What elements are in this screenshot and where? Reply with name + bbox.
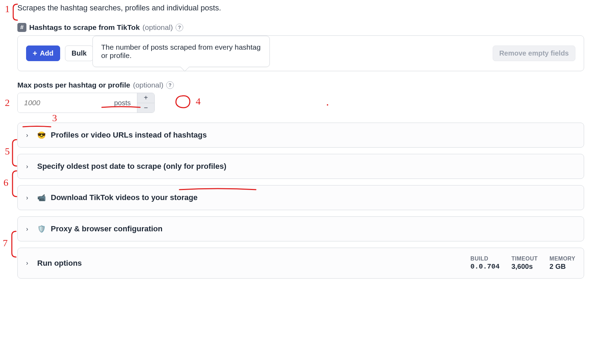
section-title: Profiles or video URLs instead of hashta…	[51, 131, 207, 140]
help-tooltip: The number of posts scraped from every h…	[92, 36, 270, 67]
maxposts-unit: posts	[108, 93, 137, 113]
add-button-label: Add	[40, 49, 54, 57]
maxposts-label: Max posts per hashtag or profile	[17, 81, 130, 89]
meta-build-value: 0.0.704	[470, 263, 500, 271]
annotation-3: 3	[52, 113, 57, 124]
chevron-right-icon: ›	[26, 163, 32, 170]
hash-icon: #	[17, 23, 26, 32]
section-download-videos[interactable]: › 📹 Download TikTok videos to your stora…	[17, 185, 584, 210]
meta-build-label: BUILD	[470, 256, 500, 262]
section-title: Download TikTok videos to your storage	[51, 193, 197, 202]
section-title: Specify oldest post date to scrape (only…	[37, 162, 226, 171]
hashtags-label-row: # Hashtags to scrape from TikTok (option…	[17, 23, 584, 32]
shield-icon: 🛡️	[37, 225, 46, 233]
section-oldest-date[interactable]: › Specify oldest post date to scrape (on…	[17, 154, 584, 179]
annotation-4: 4	[196, 96, 201, 107]
hashtags-optional: (optional)	[143, 23, 173, 32]
section-proxy-browser[interactable]: › 🛡️ Proxy & browser configuration	[17, 216, 584, 241]
tooltip-text: The number of posts scraped from every h…	[101, 43, 261, 59]
section-run-options[interactable]: › Run options BUILD 0.0.704 TIMEOUT 3,60…	[17, 248, 584, 279]
meta-timeout: TIMEOUT 3,600s	[511, 256, 538, 271]
maxposts-input[interactable]	[18, 93, 108, 113]
hashtags-panel: + Add Bulk Remove empty fields The numbe…	[17, 35, 584, 71]
meta-build: BUILD 0.0.704	[470, 256, 500, 271]
run-meta: BUILD 0.0.704 TIMEOUT 3,600s MEMORY 2 GB	[470, 256, 575, 271]
stepper-up[interactable]: +	[137, 93, 154, 103]
section-title: Proxy & browser configuration	[51, 224, 163, 233]
annotation-1: 1	[5, 3, 10, 15]
bulk-button[interactable]: Bulk	[65, 46, 93, 61]
chevron-right-icon: ›	[26, 259, 32, 267]
stepper-down[interactable]: −	[137, 103, 154, 113]
help-icon[interactable]: ?	[166, 81, 174, 89]
quantity-stepper: + −	[137, 93, 154, 113]
bulk-button-label: Bulk	[72, 49, 87, 57]
maxposts-label-row: Max posts per hashtag or profile (option…	[17, 81, 584, 89]
add-button[interactable]: + Add	[26, 46, 60, 61]
meta-timeout-label: TIMEOUT	[511, 256, 538, 262]
annotation-dot	[327, 104, 328, 106]
annotation-5: 5	[5, 146, 10, 157]
annotation-6: 6	[3, 177, 8, 188]
meta-memory-label: MEMORY	[550, 256, 575, 262]
plus-icon: +	[33, 50, 37, 57]
camera-icon: 📹	[37, 193, 46, 202]
annotation-2: 2	[5, 97, 10, 108]
hashtags-label: Hashtags to scrape from TikTok	[29, 23, 140, 32]
maxposts-optional: (optional)	[133, 81, 163, 89]
remove-empty-label: Remove empty fields	[499, 49, 569, 57]
annotation-bracket-7	[11, 231, 18, 258]
chevron-right-icon: ›	[26, 132, 32, 139]
page-description: Scrapes the hashtag searches, profiles a…	[17, 3, 584, 13]
sunglasses-icon: 😎	[37, 131, 46, 139]
meta-memory-value: 2 GB	[550, 263, 575, 271]
meta-timeout-value: 3,600s	[511, 263, 538, 271]
meta-memory: MEMORY 2 GB	[550, 256, 575, 271]
annotation-circle-4	[175, 94, 191, 109]
remove-empty-button[interactable]: Remove empty fields	[493, 46, 575, 61]
chevron-right-icon: ›	[26, 225, 32, 233]
section-profiles-urls[interactable]: › 😎 Profiles or video URLs instead of ha…	[17, 123, 584, 148]
help-icon[interactable]: ?	[176, 24, 183, 31]
maxposts-field: posts + −	[17, 93, 155, 113]
annotation-7: 7	[3, 238, 8, 249]
chevron-right-icon: ›	[26, 194, 32, 201]
run-options-title: Run options	[37, 259, 82, 268]
